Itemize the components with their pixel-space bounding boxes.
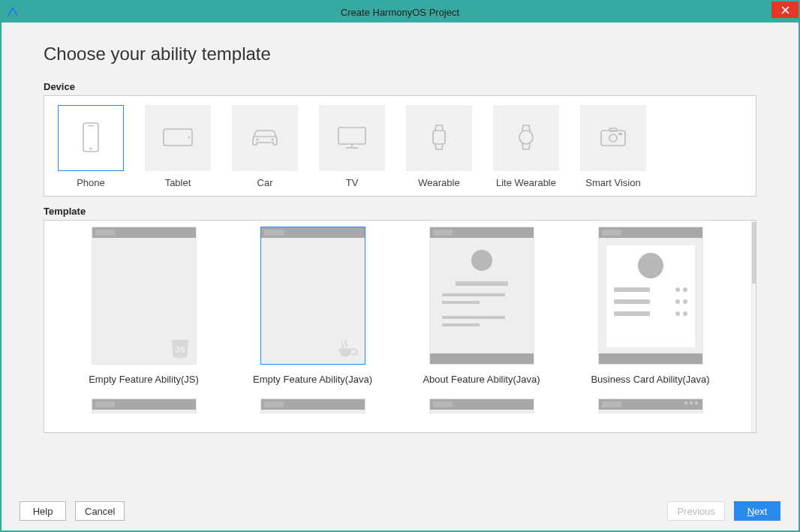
device-section: Phone Tablet Car	[44, 95, 756, 197]
template-scrollbar[interactable]	[751, 221, 756, 432]
device-option-wearable[interactable]: Wearable	[406, 105, 472, 188]
svg-rect-3	[164, 129, 192, 146]
template-label: Business Card Ability(Java)	[591, 374, 709, 385]
car-icon	[249, 126, 281, 151]
lite-wearable-icon	[516, 123, 536, 154]
device-option-lite-wearable[interactable]: Lite Wearable	[493, 105, 559, 188]
svg-rect-1	[88, 125, 94, 126]
device-label: Lite Wearable	[496, 177, 556, 188]
svg-rect-11	[433, 131, 445, 144]
device-option-car[interactable]: Car	[232, 105, 298, 188]
cancel-button[interactable]: Cancel	[75, 501, 125, 521]
template-section: JS Empty Feature Ability(JS)	[44, 220, 756, 433]
device-option-tv[interactable]: TV	[319, 105, 385, 188]
device-label: TV	[346, 177, 359, 188]
template-preview	[430, 238, 534, 331]
template-option-more-1[interactable]	[61, 398, 227, 413]
template-section-label: Template	[44, 206, 756, 217]
device-label: Smart Vision	[585, 177, 640, 188]
phone-icon	[82, 122, 100, 155]
template-label: Empty Feature Ability(JS)	[89, 374, 199, 385]
template-label: Empty Feature Ability(Java)	[253, 374, 372, 385]
dialog-body: Choose your ability template Device Phon…	[2, 23, 798, 433]
titlebar: Create HarmonyOS Project	[2, 2, 798, 23]
previous-button: Previous	[667, 501, 725, 521]
scrollbar-thumb[interactable]	[752, 222, 756, 284]
template-label: About Feature Ability(Java)	[423, 374, 540, 385]
template-option-about-java[interactable]: About Feature Ability(Java)	[398, 227, 564, 385]
template-option-empty-js[interactable]: JS Empty Feature Ability(JS)	[61, 227, 227, 385]
page-title: Choose your ability template	[44, 44, 756, 65]
device-section-label: Device	[44, 81, 756, 92]
svg-point-5	[256, 138, 258, 140]
device-option-smart-vision[interactable]: Smart Vision	[580, 105, 646, 188]
device-label: Car	[257, 177, 273, 188]
wearable-icon	[429, 123, 449, 154]
help-button[interactable]: Help	[20, 501, 66, 521]
next-button[interactable]: Next	[734, 501, 780, 521]
smart-vision-icon	[599, 126, 627, 151]
svg-rect-16	[609, 128, 617, 131]
template-list: JS Empty Feature Ability(JS)	[44, 221, 750, 413]
svg-rect-0	[83, 123, 98, 152]
device-label: Tablet	[165, 177, 191, 188]
js-badge-icon: JS	[169, 337, 191, 359]
tablet-icon	[163, 126, 193, 151]
window-title: Create HarmonyOS Project	[2, 7, 798, 18]
svg-point-12	[519, 131, 533, 144]
template-preview	[599, 238, 702, 347]
svg-point-14	[609, 134, 617, 142]
svg-rect-8	[338, 128, 365, 144]
svg-text:JS: JS	[175, 345, 185, 354]
app-logo-icon	[6, 5, 20, 19]
close-button[interactable]	[771, 2, 798, 18]
template-option-more-4[interactable]	[567, 398, 733, 413]
device-option-tablet[interactable]: Tablet	[145, 105, 211, 188]
device-option-phone[interactable]: Phone	[58, 105, 124, 188]
dialog-footer: Help Cancel Previous Next	[2, 491, 798, 530]
svg-rect-15	[618, 133, 622, 135]
device-label: Wearable	[418, 177, 459, 188]
template-option-more-3[interactable]	[398, 398, 564, 413]
template-option-more-2[interactable]	[230, 398, 395, 413]
java-coffee-icon	[336, 340, 359, 359]
device-list: Phone Tablet Car	[58, 105, 742, 188]
template-option-business-card-java[interactable]: Business Card Ability(Java)	[567, 227, 733, 385]
svg-point-6	[271, 138, 273, 140]
svg-rect-13	[601, 131, 625, 146]
device-label: Phone	[77, 177, 105, 188]
tv-icon	[337, 125, 367, 152]
template-option-empty-java[interactable]: Empty Feature Ability(Java)	[230, 227, 395, 385]
svg-point-2	[89, 147, 92, 149]
svg-point-4	[188, 136, 191, 138]
